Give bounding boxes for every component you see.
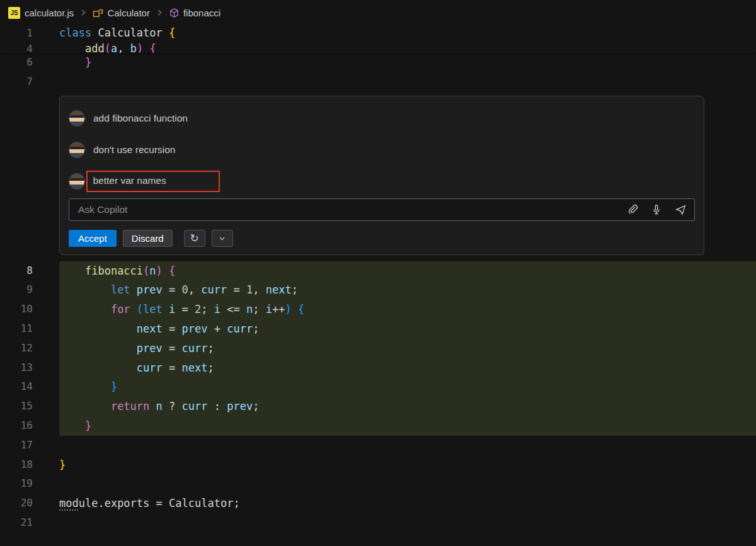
breadcrumb-class-label: Calculator	[107, 8, 150, 18]
code-line[interactable]: 10 for (let i = 2; i <= n; i++) {	[0, 300, 756, 319]
code-line[interactable]: 12 prev = curr;	[0, 339, 756, 358]
code-line[interactable]: 6 }	[0, 53, 756, 72]
chevron-down-icon[interactable]	[212, 230, 233, 247]
inline-chat-actions: Accept Discard ↻	[69, 230, 695, 247]
chevron-right-icon	[79, 8, 88, 17]
line-number: 9	[0, 280, 59, 300]
line-number: 15	[0, 397, 59, 416]
attach-icon[interactable]	[627, 204, 638, 215]
line-number: 8	[0, 261, 59, 281]
breadcrumb-class[interactable]: Calculator	[93, 8, 150, 18]
copilot-input-container	[69, 198, 695, 221]
javascript-file-icon: JS	[8, 7, 20, 19]
code-line[interactable]: 15 return n ? curr : prev;	[0, 397, 756, 416]
code-lines-after: 8 fibonacci(n) {9 let prev = 0, curr = 1…	[0, 261, 756, 533]
code-line[interactable]: 21	[0, 513, 756, 533]
breadcrumb: JS calculator.js Calculator fibonacci	[0, 0, 756, 25]
copilot-input[interactable]	[77, 203, 627, 216]
code-line[interactable]: 14 }	[0, 377, 756, 397]
line-number: 4	[0, 41, 59, 53]
inline-chat-widget: add fibonacci function don't use recursi…	[59, 96, 704, 255]
code-line[interactable]: 1class Calculator {	[0, 25, 756, 41]
chat-message-text: add fibonacci function	[93, 113, 188, 124]
line-number: 18	[0, 455, 59, 475]
code-line[interactable]: 19	[0, 474, 756, 494]
accept-button[interactable]: Accept	[69, 230, 117, 247]
chat-message: don't use recursion	[69, 134, 695, 166]
annotation-box: better var names	[86, 171, 220, 192]
microphone-icon[interactable]	[651, 204, 662, 215]
line-number: 16	[0, 416, 59, 436]
line-number: 1	[0, 25, 59, 41]
line-number: 6	[0, 53, 59, 72]
line-number: 12	[0, 339, 59, 358]
chat-message: better var names	[69, 166, 695, 197]
chat-message: add fibonacci function	[69, 103, 695, 134]
code-lines-before: 6 }7	[0, 53, 756, 92]
line-number: 21	[0, 513, 59, 533]
user-avatar	[69, 110, 85, 127]
code-line[interactable]: 8 fibonacci(n) {	[0, 261, 756, 281]
line-number: 10	[0, 300, 59, 319]
user-avatar	[69, 142, 85, 158]
method-symbol-icon	[169, 8, 180, 18]
line-number: 17	[0, 436, 59, 455]
class-symbol-icon	[93, 8, 103, 18]
breadcrumb-file-label: calculator.js	[25, 8, 74, 18]
code-line[interactable]: 7	[0, 72, 756, 92]
code-line[interactable]: 18}	[0, 455, 756, 475]
line-number: 13	[0, 358, 59, 378]
send-icon[interactable]	[675, 203, 687, 215]
code-line[interactable]: 20module.exports = Calculator;	[0, 494, 756, 513]
code-line[interactable]: 13 curr = next;	[0, 358, 756, 378]
chevron-right-icon	[155, 8, 164, 17]
sticky-scroll: 1class Calculator {4 add(a, b) {	[0, 25, 756, 53]
code-line[interactable]: 16 }	[0, 416, 756, 436]
code-line[interactable]: 4 add(a, b) {	[0, 41, 756, 53]
breadcrumb-file[interactable]: calculator.js	[25, 8, 74, 18]
chat-message-text: better var names	[93, 175, 166, 186]
code-line[interactable]: 11 next = prev + curr;	[0, 319, 756, 339]
regenerate-icon[interactable]: ↻	[184, 230, 205, 247]
code-line[interactable]: 9 let prev = 0, curr = 1, next;	[0, 280, 756, 300]
line-number: 20	[0, 494, 59, 513]
vscode-editor-window: { "breadcrumb": { "file": "calculator.js…	[0, 0, 756, 546]
line-number: 11	[0, 319, 59, 339]
code-line[interactable]: 17	[0, 436, 756, 455]
line-number: 19	[0, 474, 59, 494]
breadcrumb-method[interactable]: fibonacci	[169, 8, 220, 18]
chat-message-text: don't use recursion	[93, 144, 175, 156]
discard-button[interactable]: Discard	[123, 230, 173, 247]
line-number: 14	[0, 377, 59, 397]
user-avatar	[69, 173, 85, 190]
line-number: 7	[0, 72, 59, 92]
breadcrumb-method-label: fibonacci	[183, 8, 220, 18]
